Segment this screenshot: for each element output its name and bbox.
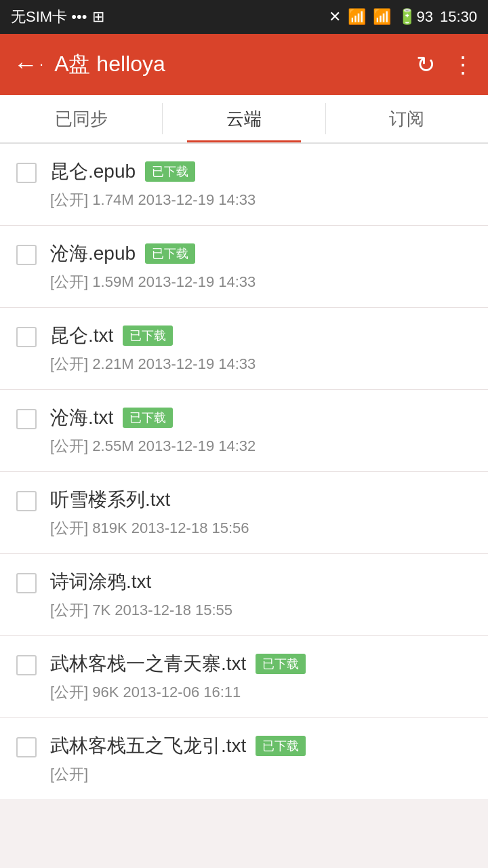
- file-info-7: 武林客栈五之飞龙引.txt已下载[公开]: [50, 733, 472, 785]
- file-checkbox-5[interactable]: [16, 573, 37, 593]
- status-left: 无SIM卡 ••• ⊞: [11, 7, 104, 27]
- tab-cloud[interactable]: 云端: [163, 95, 325, 142]
- file-name-5: 诗词涂鸦.txt: [50, 569, 151, 595]
- file-info-2: 昆仑.txt已下载[公开] 2.21M 2013-12-19 14:33: [50, 323, 472, 374]
- status-right: ✕ 📶 📶 🔋93 15:30: [329, 8, 477, 26]
- downloaded-badge-6: 已下载: [256, 654, 306, 674]
- file-meta-3: [公开] 2.55M 2013-12-19 14:32: [50, 436, 472, 456]
- refresh-button[interactable]: ↻: [416, 51, 435, 78]
- back-button[interactable]: ← ·: [14, 50, 43, 79]
- time-display: 15:30: [440, 8, 477, 26]
- file-item-0[interactable]: 昆仑.epub已下载[公开] 1.74M 2013-12-19 14:33: [0, 144, 488, 226]
- file-checkbox-3[interactable]: [16, 409, 37, 429]
- tab-synced[interactable]: 已同步: [0, 95, 162, 142]
- file-name-row-3: 沧海.txt已下载: [50, 405, 472, 431]
- file-name-row-4: 听雪楼系列.txt: [50, 487, 472, 513]
- downloaded-badge-0: 已下载: [145, 161, 195, 182]
- file-item-7[interactable]: 武林客栈五之飞龙引.txt已下载[公开]: [0, 718, 488, 800]
- carrier-text: 无SIM卡 •••: [11, 7, 87, 27]
- network-icon: 📶: [373, 8, 391, 26]
- file-meta-7: [公开]: [50, 764, 472, 785]
- tab-cloud-label: 云端: [226, 107, 262, 131]
- file-name-3: 沧海.txt: [50, 405, 113, 431]
- battery-icon: 🔋93: [398, 8, 432, 26]
- file-name-row-7: 武林客栈五之飞龙引.txt已下载: [50, 733, 472, 759]
- file-meta-5: [公开] 7K 2013-12-18 15:55: [50, 600, 472, 620]
- file-item-1[interactable]: 沧海.epub已下载[公开] 1.59M 2013-12-19 14:33: [0, 226, 488, 308]
- status-bar: 无SIM卡 ••• ⊞ ✕ 📶 📶 🔋93 15:30: [0, 0, 488, 34]
- file-info-6: 武林客栈一之青天寨.txt已下载[公开] 96K 2013-12-06 16:1…: [50, 651, 472, 703]
- file-meta-6: [公开] 96K 2013-12-06 16:11: [50, 682, 472, 703]
- file-info-4: 听雪楼系列.txt[公开] 819K 2013-12-18 15:56: [50, 487, 472, 538]
- file-item-2[interactable]: 昆仑.txt已下载[公开] 2.21M 2013-12-19 14:33: [0, 308, 488, 390]
- app-grid-icon: ⊞: [92, 8, 104, 26]
- file-name-0: 昆仑.epub: [50, 159, 136, 184]
- file-name-row-6: 武林客栈一之青天寨.txt已下载: [50, 651, 472, 677]
- file-checkbox-2[interactable]: [16, 327, 37, 347]
- file-item-4[interactable]: 听雪楼系列.txt[公开] 819K 2013-12-18 15:56: [0, 472, 488, 554]
- file-item-6[interactable]: 武林客栈一之青天寨.txt已下载[公开] 96K 2013-12-06 16:1…: [0, 636, 488, 718]
- file-name-4: 听雪楼系列.txt: [50, 487, 170, 513]
- wifi-icon: 📶: [348, 8, 366, 26]
- downloaded-badge-2: 已下载: [123, 326, 173, 346]
- tabs-container: 已同步 云端 订阅: [0, 95, 488, 144]
- downloaded-badge-7: 已下载: [256, 736, 306, 756]
- file-name-row-0: 昆仑.epub已下载: [50, 159, 472, 184]
- file-checkbox-1[interactable]: [16, 245, 37, 265]
- tab-subscribe-label: 订阅: [389, 107, 424, 131]
- file-name-2: 昆仑.txt: [50, 323, 113, 349]
- app-bar-actions: ↻ ⋮: [416, 51, 474, 78]
- file-checkbox-7[interactable]: [16, 737, 37, 757]
- file-info-1: 沧海.epub已下载[公开] 1.59M 2013-12-19 14:33: [50, 241, 472, 292]
- file-name-7: 武林客栈五之飞龙引.txt: [50, 733, 246, 759]
- tab-subscribe[interactable]: 订阅: [326, 95, 488, 142]
- file-name-6: 武林客栈一之青天寨.txt: [50, 651, 246, 677]
- app-bar-title: A盘 helloya: [54, 50, 405, 79]
- file-meta-0: [公开] 1.74M 2013-12-19 14:33: [50, 190, 472, 210]
- more-menu-button[interactable]: ⋮: [451, 51, 474, 78]
- file-name-1: 沧海.epub: [50, 241, 136, 267]
- file-name-row-1: 沧海.epub已下载: [50, 241, 472, 267]
- file-meta-4: [公开] 819K 2013-12-18 15:56: [50, 518, 472, 538]
- file-info-3: 沧海.txt已下载[公开] 2.55M 2013-12-19 14:32: [50, 405, 472, 456]
- signal-icon: ✕: [329, 8, 341, 26]
- tab-synced-label: 已同步: [55, 107, 108, 131]
- file-checkbox-0[interactable]: [16, 163, 37, 183]
- file-item-5[interactable]: 诗词涂鸦.txt[公开] 7K 2013-12-18 15:55: [0, 554, 488, 636]
- downloaded-badge-1: 已下载: [145, 243, 195, 264]
- app-bar: ← · A盘 helloya ↻ ⋮: [0, 34, 488, 95]
- file-meta-1: [公开] 1.59M 2013-12-19 14:33: [50, 272, 472, 292]
- file-info-5: 诗词涂鸦.txt[公开] 7K 2013-12-18 15:55: [50, 569, 472, 620]
- back-dot: ·: [39, 56, 43, 73]
- file-meta-2: [公开] 2.21M 2013-12-19 14:33: [50, 354, 472, 374]
- file-name-row-5: 诗词涂鸦.txt: [50, 569, 472, 595]
- file-item-3[interactable]: 沧海.txt已下载[公开] 2.55M 2013-12-19 14:32: [0, 390, 488, 472]
- file-list: 昆仑.epub已下载[公开] 1.74M 2013-12-19 14:33沧海.…: [0, 144, 488, 800]
- file-checkbox-4[interactable]: [16, 491, 37, 511]
- file-info-0: 昆仑.epub已下载[公开] 1.74M 2013-12-19 14:33: [50, 159, 472, 210]
- file-checkbox-6[interactable]: [16, 655, 37, 675]
- file-name-row-2: 昆仑.txt已下载: [50, 323, 472, 349]
- downloaded-badge-3: 已下载: [123, 408, 173, 428]
- back-icon: ←: [14, 50, 38, 79]
